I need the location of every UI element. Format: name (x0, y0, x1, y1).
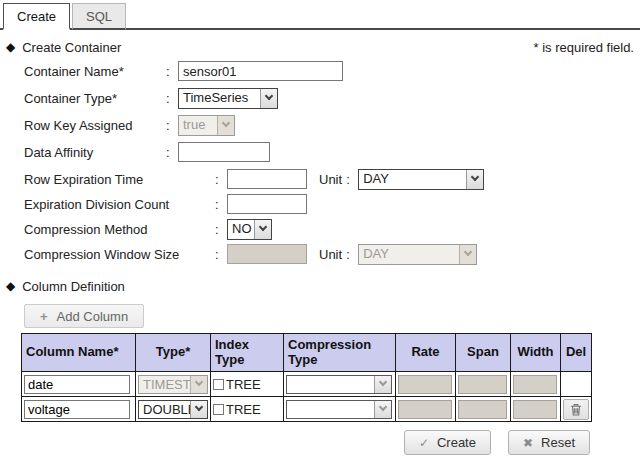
chevron-down-icon (254, 220, 271, 239)
trash-icon (570, 403, 582, 416)
container-type-label: Container Type* (24, 91, 166, 106)
column-type-select[interactable]: DOUBLE (138, 400, 208, 419)
row-key-assigned-value: true (179, 116, 217, 135)
index-tree-checkbox[interactable] (213, 379, 224, 390)
reset-button[interactable]: ✖ Reset (508, 430, 590, 455)
column-name-input[interactable] (24, 375, 130, 394)
delete-row-button[interactable] (563, 399, 589, 420)
colon: : (346, 172, 355, 187)
reset-button-label: Reset (541, 435, 575, 450)
colon: : (215, 222, 224, 237)
compression-method-label: Compression Method (24, 222, 215, 237)
data-affinity-label: Data Affinity (24, 145, 166, 160)
column-type-value: TIMEST (139, 376, 190, 393)
width-input (513, 375, 557, 394)
add-column-label: Add Column (57, 309, 129, 324)
column-type-value: DOUBLE (139, 401, 190, 418)
index-tree-label: TREE (226, 402, 261, 417)
tab-create[interactable]: Create (3, 3, 70, 30)
header-width: Width (511, 334, 561, 372)
add-column-button[interactable]: + Add Column (24, 304, 144, 328)
rate-input (398, 400, 452, 419)
row-expiration-unit-value: DAY (359, 170, 466, 189)
create-button[interactable]: ✓ Create (404, 430, 491, 455)
table-row: TIMEST TREE (22, 372, 592, 397)
chevron-down-icon (260, 89, 277, 108)
header-del: Del (561, 334, 592, 372)
chevron-down-icon (374, 401, 391, 418)
span-input (458, 375, 507, 394)
row-key-assigned-select: true (178, 115, 235, 136)
container-name-input[interactable] (178, 61, 343, 81)
column-definition-table: Column Name* Type* Index Type Compressio… (21, 333, 592, 422)
section-title-text: Column Definition (22, 279, 125, 294)
section-title-text: Create Container (22, 40, 121, 55)
diamond-icon: ◆ (6, 40, 15, 54)
colon: : (166, 145, 175, 160)
create-button-label: Create (437, 435, 476, 450)
chevron-down-icon (466, 170, 483, 189)
compression-window-unit-value: DAY (359, 245, 459, 264)
row-expiration-time-input[interactable] (227, 169, 307, 189)
index-tree-checkbox[interactable] (213, 404, 224, 415)
unit-label: Unit (319, 172, 342, 187)
header-compression-type: Compression Type (284, 334, 396, 372)
colon: : (166, 118, 175, 133)
table-header-row: Column Name* Type* Index Type Compressio… (22, 334, 592, 372)
header-rate: Rate (396, 334, 456, 372)
colon: : (215, 172, 224, 187)
column-name-input[interactable] (24, 400, 130, 419)
tab-sql[interactable]: SQL (72, 3, 126, 30)
required-note: * is required field. (534, 40, 634, 55)
container-type-select[interactable]: TimeSeries (178, 88, 278, 109)
header-column-name: Column Name* (22, 334, 136, 372)
compression-window-size-input (227, 244, 307, 264)
compression-method-value: NO (228, 220, 254, 239)
container-type-value: TimeSeries (179, 89, 260, 108)
column-type-select: TIMEST (138, 375, 208, 394)
compression-method-select[interactable]: NO (227, 219, 272, 240)
chevron-down-icon (190, 401, 207, 418)
chevron-down-icon (217, 116, 234, 135)
section-title-create-container: ◆ Create Container (6, 40, 121, 55)
row-expiration-unit-select[interactable]: DAY (358, 169, 484, 190)
chevron-down-icon (190, 376, 207, 393)
row-expiration-time-label: Row Expiration Time (24, 172, 215, 187)
compression-type-select[interactable] (286, 375, 392, 394)
check-icon: ✓ (419, 436, 429, 450)
diamond-icon: ◆ (6, 279, 15, 293)
row-key-assigned-label: Row Key Assigned (24, 118, 166, 133)
rate-input (398, 375, 452, 394)
plus-icon: + (40, 309, 48, 324)
colon: : (215, 247, 224, 262)
colon: : (166, 64, 175, 79)
container-name-label: Container Name* (24, 64, 166, 79)
span-input (458, 400, 507, 419)
compression-type-value (287, 376, 374, 393)
compression-type-value (287, 401, 374, 418)
cross-icon: ✖ (523, 436, 533, 450)
colon: : (215, 197, 224, 212)
compression-type-select[interactable] (286, 400, 392, 419)
width-input (513, 400, 557, 419)
header-type: Type* (136, 334, 211, 372)
compression-window-size-label: Compression Window Size (24, 247, 215, 262)
chevron-down-icon (374, 376, 391, 393)
table-row: DOUBLE TREE (22, 397, 592, 422)
header-index-type: Index Type (211, 334, 284, 372)
data-affinity-input[interactable] (178, 142, 270, 162)
tab-bar: Create SQL (0, 0, 640, 30)
unit-label: Unit (319, 247, 342, 262)
chevron-down-icon (459, 245, 476, 264)
section-title-column-definition: ◆ Column Definition (6, 279, 125, 294)
expiration-division-count-input[interactable] (227, 194, 307, 214)
colon: : (166, 91, 175, 106)
expiration-division-count-label: Expiration Division Count (24, 197, 215, 212)
colon: : (346, 247, 355, 262)
index-tree-label: TREE (226, 377, 261, 392)
compression-window-unit-select: DAY (358, 244, 477, 265)
header-span: Span (456, 334, 511, 372)
